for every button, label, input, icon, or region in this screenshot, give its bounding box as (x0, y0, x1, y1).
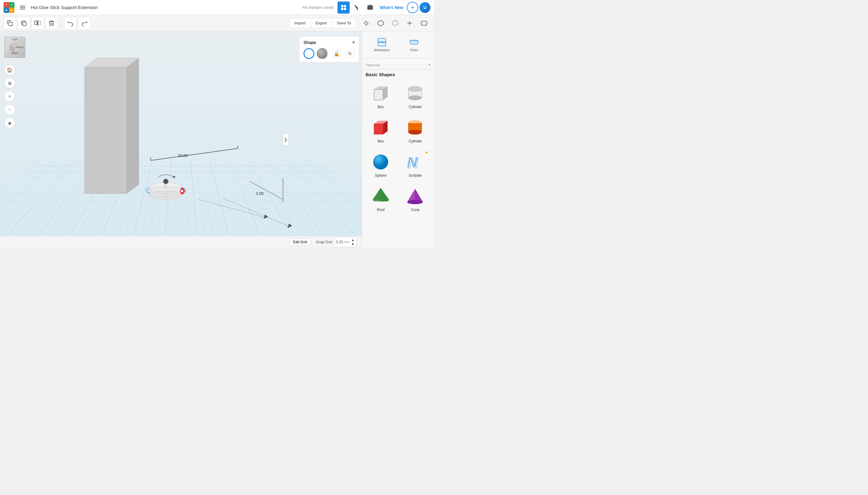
snap-value-display[interactable]: 0.25 mm ▲▼ (334, 237, 357, 247)
copy-button[interactable] (4, 17, 16, 30)
svg-marker-102 (415, 189, 423, 202)
duplicate-button[interactable] (17, 17, 30, 30)
shape-solid-option[interactable] (317, 48, 328, 59)
cylinder-orange-label: Cylinder (409, 139, 422, 143)
shape-item-box-red[interactable]: Box (364, 114, 397, 146)
delete-button[interactable] (45, 17, 58, 30)
workplane-button[interactable]: Workplane (365, 35, 398, 54)
objects-container: 20.00 3.00 (0, 31, 362, 248)
panel-collapse-button[interactable]: ❯ (283, 133, 289, 146)
save-status: All changes saved (302, 5, 334, 10)
svg-text:3.00: 3.00 (256, 191, 263, 196)
project-title: Hot Glue Stick Support Extension (31, 5, 298, 10)
svg-marker-19 (392, 20, 398, 25)
svg-rect-5 (9, 22, 12, 25)
ruler-button[interactable]: Ruler (398, 35, 431, 54)
svg-line-58 (351, 55, 351, 55)
svg-line-43 (151, 149, 238, 160)
workplane-label: Workplane (374, 48, 390, 52)
outline-view-icon[interactable] (389, 17, 402, 30)
hamburger-menu-button[interactable] (18, 4, 27, 11)
scribble-preview: N N (405, 151, 426, 172)
svg-rect-38 (164, 185, 167, 188)
svg-rect-37 (148, 190, 151, 192)
cone-purple-preview (405, 186, 426, 207)
box-red-preview (370, 117, 391, 138)
roof-green-label: Roof (377, 208, 384, 212)
wall-box (85, 58, 139, 193)
whats-new-button[interactable]: What's New (377, 5, 406, 10)
svg-line-47 (250, 182, 283, 200)
snap-unit: mm (344, 240, 349, 243)
shape-item-roof-green[interactable]: Roof (364, 183, 397, 215)
redo-button[interactable] (78, 17, 91, 30)
right-panel: Workplane Ruler Tinkercad ▾ Basic Shapes (362, 31, 434, 248)
glue-stick (146, 175, 185, 199)
star-badge-icon: ★ (425, 150, 429, 155)
svg-rect-39 (181, 190, 183, 192)
fit-view-button[interactable]: ⊕ (4, 78, 15, 88)
import-export-group: Import Export Send To (289, 18, 356, 28)
svg-line-51 (223, 198, 289, 226)
svg-marker-29 (127, 58, 139, 193)
export-button[interactable]: Export (311, 18, 332, 28)
scene-svg: 20.00 3.00 (0, 31, 362, 248)
shape-item-cylinder-orange[interactable]: Cylinder (399, 114, 432, 146)
shape-item-cone-purple[interactable]: Cone (399, 183, 432, 215)
svg-point-54 (349, 53, 351, 55)
3d-viewport[interactable]: TOP RIGHT BACK 🏠 ⊕ + − ◈ (0, 31, 362, 248)
snap-grid-control: Snap Grid 0.25 mm ▲▼ (316, 237, 357, 247)
projects-button[interactable] (364, 1, 376, 14)
svg-rect-2 (341, 7, 343, 10)
edit-grid-button[interactable]: Edit Grid (289, 238, 311, 246)
cylinder-orange-preview (405, 117, 426, 138)
cone-purple-label: Cone (411, 208, 420, 212)
grid-view-icon[interactable] (374, 17, 387, 30)
shape-panel-collapse-button[interactable]: ▾ (352, 39, 355, 45)
view-toggle-icon[interactable] (418, 17, 430, 30)
zoom-out-button[interactable]: − (4, 104, 15, 115)
library-dropdown-icon[interactable]: ▾ (429, 63, 430, 67)
zoom-in-button[interactable]: + (4, 91, 15, 102)
snap-icon[interactable] (403, 17, 416, 30)
library-header: Tinkercad ▾ (364, 61, 431, 70)
svg-rect-4 (367, 5, 373, 10)
mirror-button[interactable] (31, 17, 44, 30)
shape-item-sphere-blue[interactable]: Sphere (364, 148, 397, 181)
shape-light-button[interactable] (346, 49, 354, 58)
shapes-library: Tinkercad ▾ Basic Shapes (362, 58, 434, 248)
svg-rect-8 (35, 21, 37, 24)
shape-outline-option[interactable] (304, 48, 314, 59)
shape-options: 🔒 (304, 48, 355, 59)
home-view-button[interactable]: 🏠 (4, 65, 15, 75)
add-user-button[interactable] (407, 2, 418, 13)
light-icon[interactable] (360, 17, 373, 30)
perspective-button[interactable]: ◈ (4, 117, 15, 128)
undo-button[interactable] (64, 17, 77, 30)
shape-lock-button[interactable]: 🔒 (332, 49, 341, 58)
svg-rect-85 (374, 124, 383, 134)
snap-grid-label: Snap Grid (316, 240, 332, 244)
logo-n: N (4, 7, 9, 13)
shape-item-box-gray[interactable]: Box (364, 80, 397, 112)
tools-button[interactable] (351, 1, 363, 14)
user-avatar[interactable]: U (420, 2, 430, 13)
box-gray-preview (370, 83, 391, 104)
viewport-controls: 🏠 ⊕ + − ◈ (4, 65, 15, 128)
3d-view-button[interactable] (338, 1, 349, 14)
send-to-button[interactable]: Send To (332, 18, 356, 28)
shape-item-scribble[interactable]: ★ N N Scribble (399, 148, 432, 181)
import-button[interactable]: Import (290, 18, 311, 28)
snap-number: 0.25 (336, 240, 343, 244)
svg-line-50 (199, 199, 265, 217)
measurement-20: 20.00 (151, 146, 238, 160)
cube-compass[interactable]: TOP RIGHT BACK (4, 37, 28, 61)
shapes-grid: Box Cylin (364, 80, 431, 215)
toolbar-separator (61, 19, 61, 28)
shape-panel-header: Shape ▾ (304, 39, 355, 45)
svg-rect-3 (344, 7, 346, 10)
measurement-3: 3.00 (250, 178, 283, 203)
tinkercad-logo[interactable]: T I N K (4, 2, 15, 13)
shape-item-cylinder-gray[interactable]: Cylinder (399, 80, 432, 112)
library-source: Tinkercad (365, 63, 380, 67)
